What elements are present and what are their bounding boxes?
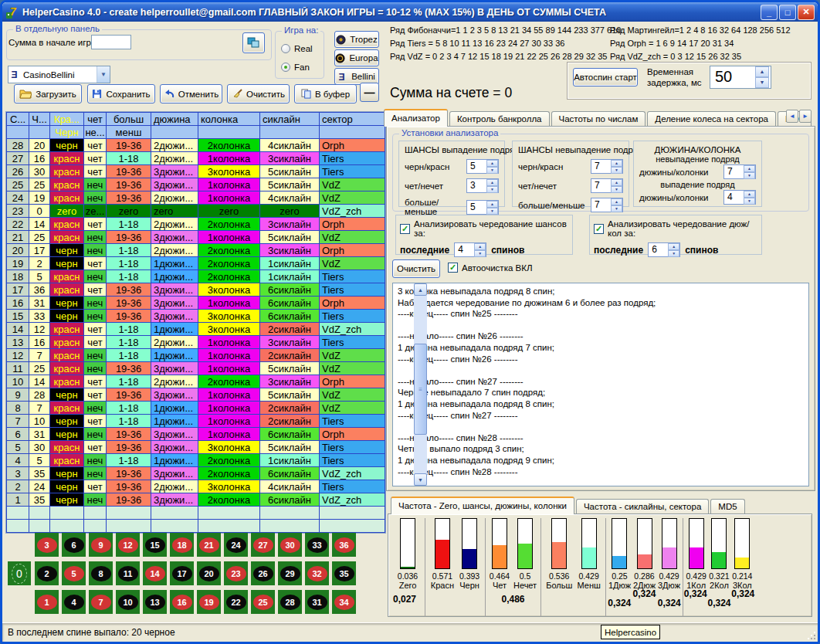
history-cell-spin21-col1[interactable]: 21 (7, 231, 29, 243)
history-cell-spin21-col5[interactable]: 19-36 (107, 231, 151, 243)
history-cell-spin24-col3[interactable]: красн (50, 192, 83, 204)
scroll-down-icon[interactable]: ▼ (414, 473, 427, 486)
spin-down-icon[interactable]: ▼ (611, 186, 622, 193)
history-cell-spin5-col7[interactable]: 3колонка (198, 441, 259, 453)
history-cell-spin24-col2[interactable]: 19 (29, 192, 49, 204)
history-cell-spin26-col4[interactable]: чет (84, 165, 106, 178)
history-cell-spin18-col2[interactable]: 5 (29, 270, 49, 283)
history-cell-spin9-col6[interactable]: 3дюжи... (151, 388, 198, 401)
roulette-number-13[interactable]: 13 (143, 590, 167, 614)
history-cell-spin10-col7[interactable]: 2колонка (198, 375, 259, 388)
roulette-number-4[interactable]: 4 (62, 590, 86, 614)
history-cell-spin19-col1[interactable]: 19 (7, 257, 29, 269)
roulette-number-7[interactable]: 7 (89, 590, 113, 614)
history-cell-spin11-col2[interactable]: 25 (29, 362, 49, 375)
history-cell-spin14-col5[interactable]: 1-18 (107, 323, 151, 335)
roulette-number-15[interactable]: 15 (143, 533, 167, 557)
history-cell-spin3-col9[interactable]: VdZ_zch (320, 467, 385, 480)
history-cell-spin4-col3[interactable]: красн (50, 454, 83, 466)
spin-value[interactable]: 4 (455, 243, 474, 256)
history-cell-spin23-col4[interactable]: ze... (84, 205, 106, 217)
history-cell-spin26-col7[interactable]: 3колонка (198, 165, 259, 178)
roulette-number-31[interactable]: 31 (305, 590, 329, 614)
history-cell-spin27-col8[interactable]: 3сиклайн (260, 152, 319, 164)
save-button[interactable]: Сохранить (87, 84, 155, 103)
history-cell-spin1-col7[interactable]: 2колонка (198, 493, 259, 506)
freq-tab-2[interactable]: Частота - сиклайны, сектора (576, 499, 709, 514)
roulette-number-18[interactable]: 18 (170, 533, 194, 557)
history-cell-spin7-col2[interactable]: 10 (29, 415, 49, 427)
roulette-number-27[interactable]: 27 (251, 533, 275, 557)
history-cell-spin27-col3[interactable]: красн (50, 152, 83, 164)
history-cell-spin12-col7[interactable]: 1колонка (198, 349, 259, 361)
clear-table-button[interactable]: Очистить (227, 84, 290, 103)
roulette-number-12[interactable]: 12 (116, 533, 140, 557)
tab-scroll-left-icon[interactable]: ◄ (786, 110, 798, 123)
roulette-number-10[interactable]: 10 (116, 590, 140, 614)
history-cell-spin15-col9[interactable]: Tiers (320, 310, 385, 322)
history-cell-spin13-col1[interactable]: 13 (7, 336, 29, 348)
history-cell-spin17-col1[interactable]: 17 (7, 283, 29, 296)
history-cell-spin4-col5[interactable]: 1-18 (107, 454, 151, 466)
history-cell-spin24-col5[interactable]: 19-36 (107, 192, 151, 204)
history-cell-spin22-col2[interactable]: 14 (29, 218, 49, 230)
history-cell-spin8-col5[interactable]: 1-18 (107, 402, 151, 414)
history-cell-spin9-col2[interactable]: 28 (29, 388, 49, 401)
history-cell-spin26-col1[interactable]: 26 (7, 165, 29, 178)
spin-down-icon[interactable]: ▼ (744, 172, 755, 179)
history-cell-spin15-col2[interactable]: 33 (29, 310, 49, 322)
roulette-number-2[interactable]: 2 (35, 561, 59, 585)
history-cell-spin6-col7[interactable]: 1колонка (198, 428, 259, 440)
history-cell-spin9-col4[interactable]: чет (84, 388, 106, 401)
roulette-number-30[interactable]: 30 (278, 533, 302, 557)
history-cell-spin5-col8[interactable]: 5сиклайн (260, 441, 319, 453)
spin-up-icon[interactable]: ▲ (744, 191, 755, 198)
history-cell-spin25-col6[interactable]: 3дюжи... (151, 178, 198, 191)
roulette-number-24[interactable]: 24 (224, 533, 248, 557)
history-cell-spin11-col4[interactable]: неч (84, 362, 106, 375)
history-cell-spin6-col2[interactable]: 31 (29, 428, 49, 440)
history-cell-spin17-col7[interactable]: 3колонка (198, 283, 259, 296)
history-cell-spin17-col8[interactable]: 6сиклайн (260, 283, 319, 296)
history-cell-spin22-col4[interactable]: чет (84, 218, 106, 230)
history-cell-spin15-col6[interactable]: 3дюжи... (151, 310, 198, 322)
history-cell-spin3-col2[interactable]: 35 (29, 467, 49, 480)
history-cell-spin15-col3[interactable]: черн (50, 310, 83, 322)
history-cell-spin10-col5[interactable]: 1-18 (107, 375, 151, 388)
history-cell-spin21-col7[interactable]: 1колонка (198, 231, 259, 243)
history-cell-spin20-col7[interactable]: 2колонка (198, 244, 259, 256)
alt-chances-checkbox[interactable]: ✓ Анализировать чередование шансов за: (396, 215, 572, 238)
spin-value[interactable]: 6 (649, 243, 668, 256)
roulette-number-6[interactable]: 6 (62, 533, 86, 557)
history-cell-spin22-col6[interactable]: 2дюжи... (151, 218, 198, 230)
history-cell-spin19-col7[interactable]: 2колонка (198, 257, 259, 269)
history-cell-spin14-col9[interactable]: VdZ_zch (320, 323, 385, 335)
history-cell-spin22-col7[interactable]: 2колонка (198, 218, 259, 230)
history-cell-spin20-col3[interactable]: черн (50, 244, 83, 256)
history-cell-spin6-col4[interactable]: неч (84, 428, 106, 440)
history-cell-spin25-col1[interactable]: 25 (7, 178, 29, 191)
high-low-appear-spinner[interactable]: 5▲▼ (466, 200, 499, 215)
history-cell-spin18-col4[interactable]: неч (84, 270, 106, 283)
history-cell-spin26-col2[interactable]: 30 (29, 165, 49, 178)
roulette-number-5[interactable]: 5 (62, 561, 86, 585)
autospin-start-button[interactable]: Автоспин старт (573, 68, 638, 86)
roulette-number-1[interactable]: 1 (35, 590, 59, 614)
history-cell-spin5-col9[interactable]: Tiers (320, 441, 385, 453)
history-cell-spin27-col9[interactable]: Tiers (320, 152, 385, 164)
scrollbar-thumb[interactable]: ≡ (414, 344, 427, 435)
history-cell-spin11-col7[interactable]: 1колонка (198, 362, 259, 375)
main-tab-1[interactable]: Анализатор (384, 109, 448, 127)
spin-down-icon[interactable]: ▼ (486, 167, 498, 174)
history-cell-spin22-col1[interactable]: 22 (7, 218, 29, 230)
history-cell-spin13-col5[interactable]: 1-18 (107, 336, 151, 348)
history-cell-spin2-col7[interactable]: 3колонка (198, 480, 259, 493)
history-cell-spin28-col2[interactable]: 20 (29, 139, 49, 151)
history-cell-spin5-col2[interactable]: 30 (29, 441, 49, 453)
roulette-number-14[interactable]: 14 (143, 561, 167, 585)
alt-dozen-checkbox[interactable]: ✓ Анализировать чередование дюж/кол за: (590, 215, 761, 238)
history-cell-spin11-col6[interactable]: 3дюжи... (151, 362, 198, 375)
history-cell-spin25-col5[interactable]: 19-36 (107, 178, 151, 191)
history-cell-spin7-col7[interactable]: 1колонка (198, 415, 259, 427)
history-cell-spin18-col1[interactable]: 18 (7, 270, 29, 283)
